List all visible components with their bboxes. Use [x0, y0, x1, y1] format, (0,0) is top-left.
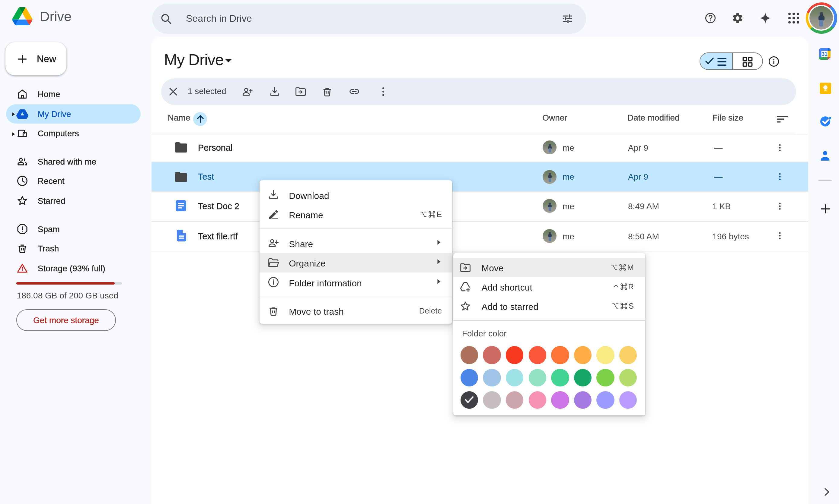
svg-text:31: 31 [822, 51, 828, 57]
